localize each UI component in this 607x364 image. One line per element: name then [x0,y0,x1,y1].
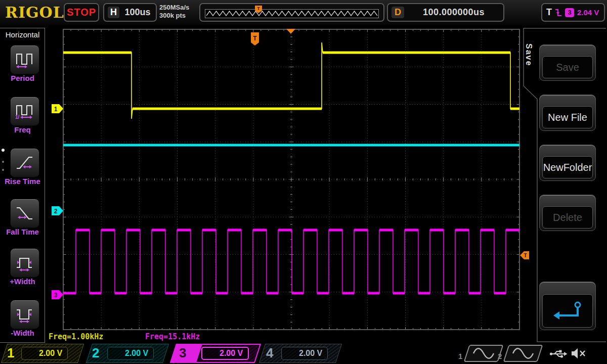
trigger-position-marker-small[interactable]: T [254,5,263,15]
channel4-number[interactable]: 4 [266,345,273,361]
save-button[interactable]: Save [539,44,596,81]
svg-text:T: T [257,6,260,11]
channel3-number[interactable]: 3 [179,345,186,361]
source1-number: 1 [458,352,462,360]
channel-status-bar: 1 2.00 V 2 2.00 V 3 2.00 V 4 2.00 V 1 [0,343,607,364]
menu-title: Horizontal [2,30,43,39]
menu-page-dot [2,161,4,163]
measurement-freq-ch1: Freq=1.00kHz [49,332,103,341]
trigger-position-flag[interactable]: T [251,32,259,46]
ch1-zero-marker[interactable]: 1 [52,104,63,113]
channel1-number[interactable]: 1 [7,345,14,361]
return-arrow-icon [551,300,584,322]
ch2-zero-marker[interactable]: 2 [52,206,63,215]
menu-page-dot-active [2,149,5,152]
memory-waveform [205,10,379,17]
waveform-memory-preview[interactable]: T [199,3,384,22]
run-state-label: STOP [67,7,96,18]
svg-text:3: 3 [54,292,58,299]
waveform-display[interactable]: 123TT [51,26,532,333]
speaker-muted-icon [571,347,588,359]
horizontal-measure-menu: Horizontal Period 1/ [0,28,45,343]
timebase-value: 100us [119,7,156,18]
top-status-bar: RIGOL STOP H 100us 250MSa/s 300k pts T D… [0,0,607,25]
new-folder-button[interactable]: NewFolder [539,145,596,181]
horizontal-key: H [108,7,119,18]
falling-edge-icon [555,8,562,18]
trigger-source-badge: 3 [565,8,574,17]
oscilloscope-screen: RIGOL STOP H 100us 250MSa/s 300k pts T D… [0,0,607,364]
source2-number: 2 [498,352,502,360]
channel2-scale[interactable]: 2.00 V [107,347,154,360]
new-file-button[interactable]: New File [539,95,596,131]
trigger-level-value: 2.04 V [577,8,599,17]
menu-page-dot [2,169,4,171]
ch3-zero-marker[interactable]: 3 [52,290,63,299]
sample-rate: 250MSa/s [159,4,189,12]
minus-width-icon [10,300,39,329]
memory-window[interactable] [205,9,379,18]
plus-width-icon [10,248,39,278]
svg-text:1: 1 [54,106,58,113]
sine-wave-icon [512,347,534,360]
rise-time-icon [10,148,39,177]
menu-tab-save[interactable]: Save [524,43,533,66]
run-state-indicator[interactable]: STOP [64,3,99,22]
delete-button[interactable]: Delete [539,195,596,231]
channel1-scale[interactable]: 2.00 V [21,347,68,360]
acquisition-info: 250MSa/s 300k pts [159,4,189,20]
channel2-number[interactable]: 2 [92,345,99,361]
fall-time-icon [10,199,39,228]
delay-value: 100.000000us [404,7,503,18]
trigger-status-box[interactable]: T 3 2.04 V [541,3,605,22]
measurement-freq-ch3: Freq=15.1kHz [145,332,200,341]
channel4-scale[interactable]: 2.00 V [281,347,328,360]
usb-icon [549,349,568,359]
brand-logo: RIGOL [5,4,64,21]
trigger-delay-box[interactable]: D 100.000000us [387,3,504,22]
svg-text:1/: 1/ [15,114,20,120]
freq-icon: 1/ [10,97,39,126]
horizontal-timebase-box[interactable]: H 100us [103,3,157,22]
return-button[interactable] [539,282,596,330]
sine-wave-icon [472,347,495,360]
delay-key: D [392,7,404,18]
svg-text:T: T [253,35,257,42]
trigger-key: T [546,7,552,18]
memory-depth: 300k pts [159,12,189,20]
svg-text:2: 2 [54,208,58,215]
trigger-delay-indicator[interactable] [286,29,295,34]
channel3-scale[interactable]: 2.00 V [201,347,249,360]
period-icon [10,45,39,74]
